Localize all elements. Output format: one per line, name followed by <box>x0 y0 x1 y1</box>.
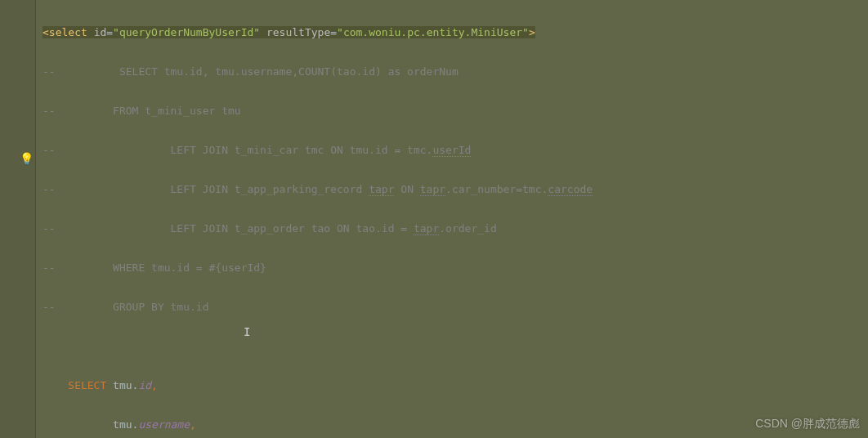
watermark-text: CSDN @胖成范德彪 <box>755 413 860 433</box>
code-line: -- SELECT tmu.id, tmu.username,COUNT(tao… <box>43 62 861 82</box>
code-line <box>43 337 861 356</box>
code-editor[interactable]: <select id="queryOrderNumByUserId" resul… <box>36 0 868 438</box>
xml-tag-open: <select <box>43 26 87 38</box>
editor-gutter[interactable]: 💡 <box>0 0 36 438</box>
code-line: -- LEFT JOIN t_app_parking_record tapr O… <box>43 180 861 199</box>
code-line: SELECT tmu.id, <box>43 376 861 396</box>
code-line: -- LEFT JOIN t_mini_car tmc ON tmu.id = … <box>43 141 861 160</box>
code-line: tmu.username, <box>43 415 861 435</box>
code-line: -- WHERE tmu.id = #{userId} <box>43 258 861 278</box>
code-line: <select id="queryOrderNumByUserId" resul… <box>43 23 861 42</box>
code-line: -- GROUP BY tmu.id <box>43 297 861 317</box>
lightbulb-icon[interactable]: 💡 <box>20 149 34 168</box>
code-line: -- FROM t_mini_user tmu <box>43 101 861 121</box>
code-line: -- LEFT JOIN t_app_order tao ON tao.id =… <box>43 219 861 239</box>
